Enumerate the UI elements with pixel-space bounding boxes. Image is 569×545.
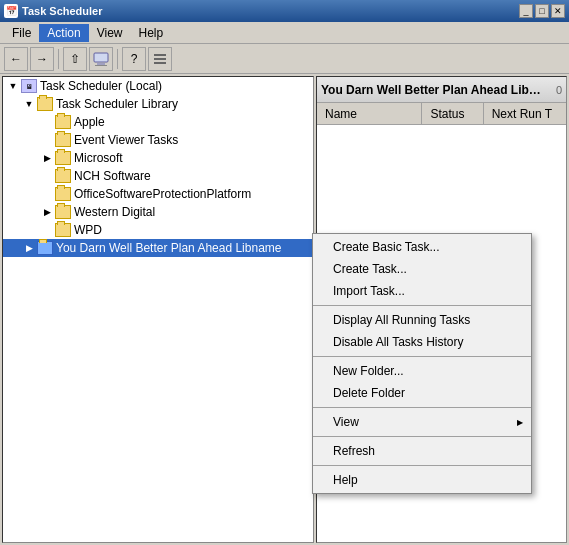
tree-item-office[interactable]: ▶ OfficeSoftwareProtectionPlatform [3,185,313,203]
folder-icon-selected [37,241,53,255]
col-status-header[interactable]: Status [422,103,483,124]
tree-library[interactable]: ▼ Task Scheduler Library [3,95,313,113]
folder-icon-library [37,97,53,111]
tree-item-microsoft[interactable]: ▶ Microsoft [3,149,313,167]
tree-label-nch: NCH Software [74,169,151,183]
toolbar-separator-2 [117,49,118,69]
tree-expand-microsoft[interactable]: ▶ [39,150,55,166]
tree-expand-selected[interactable]: ▶ [21,240,37,256]
ctx-new-folder[interactable]: New Folder... [313,360,531,382]
svg-rect-4 [154,58,166,60]
tree-item-westerndigital[interactable]: ▶ Western Digital [3,203,313,221]
computer-icon [93,52,109,66]
ctx-disable-history[interactable]: Disable All Tasks History [313,331,531,353]
minimize-button[interactable]: _ [519,4,533,18]
title-bar-buttons: _ □ ✕ [519,4,565,18]
title-bar: 📅 Task Scheduler _ □ ✕ [0,0,569,22]
maximize-button[interactable]: □ [535,4,549,18]
tree-library-label: Task Scheduler Library [56,97,178,111]
menu-action[interactable]: Action [39,24,88,42]
folder-icon-wpd [55,223,71,237]
ctx-display-running[interactable]: Display All Running Tasks [313,309,531,331]
svg-rect-1 [97,63,105,65]
title-bar-text: Task Scheduler [22,5,515,17]
tree-expand-eventviwer[interactable]: ▶ [39,132,55,148]
tree-label-westerndigital: Western Digital [74,205,155,219]
ctx-help[interactable]: Help [313,469,531,491]
tree-expand-nch[interactable]: ▶ [39,168,55,184]
svg-rect-3 [154,54,166,56]
tree-label-wpd: WPD [74,223,102,237]
tree-label-selected: You Darn Well Better Plan Ahead Libname [56,241,281,255]
list-icon [153,52,167,66]
ctx-separator-5 [313,465,531,466]
tree-expand-root[interactable]: ▼ [5,78,21,94]
list-button[interactable] [148,47,172,71]
tree-label-eventviewer: Event Viewer Tasks [74,133,178,147]
computer-button[interactable] [89,47,113,71]
ctx-refresh[interactable]: Refresh [313,440,531,462]
col-name-header[interactable]: Name [317,103,422,124]
ctx-separator-4 [313,436,531,437]
tree-root[interactable]: ▼ 🖥 Task Scheduler (Local) [3,77,313,95]
ctx-separator-3 [313,407,531,408]
tree-item-wpd[interactable]: ▶ WPD [3,221,313,239]
menu-bar: File Action View Help [0,22,569,44]
col-status-label: Status [430,107,464,121]
forward-button[interactable]: → [30,47,54,71]
col-name-label: Name [325,107,357,121]
folder-icon-nch [55,169,71,183]
app-icon: 📅 [4,4,18,18]
right-header: You Darn Well Better Plan Ahead Libname … [317,77,566,103]
right-header-text: You Darn Well Better Plan Ahead Libname [321,83,548,97]
tree-root-label: Task Scheduler (Local) [40,79,162,93]
help-button[interactable]: ? [122,47,146,71]
tree-label-office: OfficeSoftwareProtectionPlatform [74,187,251,201]
ctx-delete-folder[interactable]: Delete Folder [313,382,531,404]
folder-icon-westerndigital [55,205,71,219]
toolbar-separator-1 [58,49,59,69]
tree-expand-westerndigital[interactable]: ▶ [39,204,55,220]
tree-item-selected[interactable]: ▶ You Darn Well Better Plan Ahead Libnam… [3,239,313,257]
tree-expand-apple[interactable]: ▶ [39,114,55,130]
menu-file[interactable]: File [4,24,39,42]
close-button[interactable]: ✕ [551,4,565,18]
svg-rect-5 [154,62,166,64]
tree-item-eventviwer[interactable]: ▶ Event Viewer Tasks [3,131,313,149]
folder-icon-apple [55,115,71,129]
tree-expand-office[interactable]: ▶ [39,186,55,202]
tree-label-apple: Apple [74,115,105,129]
tree-panel[interactable]: ▼ 🖥 Task Scheduler (Local) ▼ Task Schedu… [2,76,314,543]
tree-label-microsoft: Microsoft [74,151,123,165]
up-button[interactable]: ⇧ [63,47,87,71]
back-button[interactable]: ← [4,47,28,71]
toolbar: ← → ⇧ ? [0,44,569,74]
tree-item-nch[interactable]: ▶ NCH Software [3,167,313,185]
ctx-separator-1 [313,305,531,306]
col-nextrun-header[interactable]: Next Run T [484,103,566,124]
context-menu: Create Basic Task... Create Task... Impo… [312,233,532,494]
right-header-page: 0 [556,84,562,96]
ctx-create-task[interactable]: Create Task... [313,258,531,280]
ctx-create-basic-task[interactable]: Create Basic Task... [313,236,531,258]
ctx-import-task[interactable]: Import Task... [313,280,531,302]
col-nextrun-label: Next Run T [492,107,552,121]
folder-icon-microsoft [55,151,71,165]
column-header: Name Status Next Run T [317,103,566,125]
folder-icon-eventviewer [55,133,71,147]
tree-item-apple[interactable]: ▶ Apple [3,113,313,131]
ctx-view[interactable]: View [313,411,531,433]
svg-rect-0 [94,53,108,62]
tree-expand-wpd[interactable]: ▶ [39,222,55,238]
menu-help[interactable]: Help [131,24,172,42]
tree-expand-library[interactable]: ▼ [21,96,37,112]
ctx-separator-2 [313,356,531,357]
menu-view[interactable]: View [89,24,131,42]
svg-rect-2 [95,65,107,66]
folder-icon-office [55,187,71,201]
computer-icon: 🖥 [21,79,37,93]
